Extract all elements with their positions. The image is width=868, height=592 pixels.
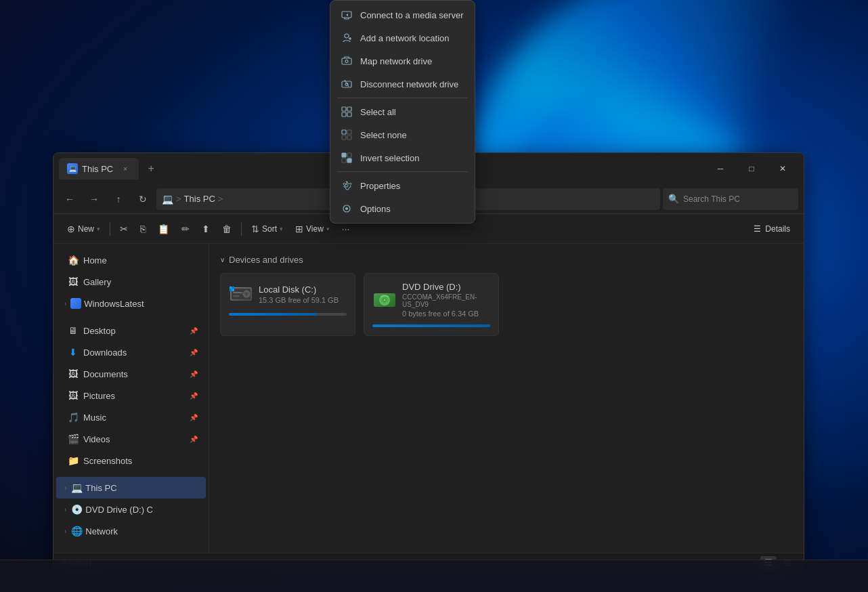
documents-icon: 🖼 (67, 368, 79, 380)
menu-item-select-none[interactable]: Select none (333, 123, 472, 146)
add-tab-button[interactable]: + (142, 159, 160, 178)
connect-media-icon (340, 8, 353, 22)
refresh-button[interactable]: ↻ (132, 188, 154, 210)
menu-item-disconnect-drive[interactable]: Disconnect network drive (333, 72, 472, 96)
sidebar-item-screenshots[interactable]: 📁 Screenshots (56, 450, 206, 471)
svg-rect-11 (232, 289, 235, 292)
section-chevron-icon: ∨ (220, 256, 225, 263)
details-button[interactable]: ☰ Details (748, 221, 796, 236)
select-none-label: Select none (360, 130, 407, 140)
sidebar-item-pictures[interactable]: 🖼 Pictures 📌 (56, 385, 206, 406)
sidebar-item-music[interactable]: 🎵 Music 📌 (56, 406, 206, 428)
share-button[interactable]: ⬆ (196, 218, 215, 240)
forward-button[interactable]: → (83, 188, 105, 210)
svg-point-17 (384, 299, 385, 301)
menu-item-invert-selection[interactable]: Invert selection (333, 146, 472, 169)
desktop-icon: 🖥 (67, 324, 79, 337)
sidebar-item-gallery[interactable]: 🖼 Gallery (56, 271, 206, 293)
delete-icon: 🗑 (222, 224, 232, 234)
drive-d-progress-fill (372, 324, 490, 327)
search-bar[interactable]: 🔍 Search This PC (663, 188, 798, 210)
main-area: 🏠 Home 🖼 Gallery › WindowsLatest 🖥 Deskt… (53, 244, 804, 553)
svg-rect-37 (342, 158, 346, 163)
drives-grid: Local Disk (C:) 15.3 GB free of 59.1 GB (220, 273, 793, 336)
svg-rect-35 (342, 153, 346, 157)
menu-item-options[interactable]: Options (333, 197, 472, 220)
menu-item-add-network[interactable]: Add a network location (333, 26, 472, 49)
this-pc-sidebar-icon: 💻 (70, 482, 83, 494)
sort-icon: ⇅ (251, 224, 259, 234)
section-header: ∨ Devices and drives (220, 255, 793, 265)
drive-item-d[interactable]: DVD Drive (D:) CCCOMA_X64FRE_EN-US_DV9 0… (364, 273, 499, 336)
copy-icon: ⎘ (140, 224, 146, 234)
view-button[interactable]: ⊞ View ▾ (290, 218, 335, 240)
up-button[interactable]: ↑ (108, 188, 129, 210)
more-icon: ··· (342, 224, 350, 234)
sidebar-item-documents[interactable]: 🖼 Documents 📌 (56, 363, 206, 385)
close-button[interactable]: ✕ (767, 158, 798, 179)
context-menu: Connect to a media server Add a network … (330, 0, 475, 224)
disconnect-drive-label: Disconnect network drive (360, 79, 458, 89)
paste-button[interactable]: 📋 (152, 218, 175, 240)
sidebar-item-dvd[interactable]: › 💿 DVD Drive (D:) C (56, 499, 206, 520)
address-separator-1: > (176, 194, 181, 204)
documents-pin-icon: 📌 (190, 371, 198, 378)
maximize-button[interactable]: □ (736, 158, 767, 179)
cut-button[interactable]: ✂ (114, 218, 133, 240)
drive-d-header: DVD Drive (D:) CCCOMA_X64FRE_EN-US_DV9 0… (372, 282, 490, 318)
back-button[interactable]: ← (59, 188, 81, 210)
sidebar-item-desktop[interactable]: 🖥 Desktop 📌 (56, 320, 206, 341)
tab-close-button[interactable]: × (120, 163, 131, 174)
sort-button[interactable]: ⇅ Sort ▾ (246, 218, 288, 240)
sidebar-item-home[interactable]: 🏠 Home (56, 249, 206, 271)
svg-point-41 (345, 207, 348, 210)
this-pc-sidebar-label: This PC (85, 483, 116, 493)
gallery-label: Gallery (83, 277, 111, 287)
svg-rect-30 (347, 112, 351, 117)
sidebar-spacer-1 (53, 314, 209, 320)
menu-item-properties[interactable]: Properties (333, 174, 472, 197)
svg-rect-5 (233, 292, 242, 293)
window-controls: ─ □ ✕ (705, 158, 798, 179)
sidebar-item-videos[interactable]: 🎬 Videos 📌 (56, 428, 206, 450)
share-icon: ⬆ (202, 224, 210, 234)
delete-button[interactable]: 🗑 (217, 218, 237, 240)
view-icon: ⊞ (295, 224, 303, 234)
menu-separator-2 (337, 171, 468, 172)
svg-rect-6 (233, 295, 240, 297)
downloads-label: Downloads (83, 347, 127, 358)
disconnect-drive-icon (340, 77, 353, 91)
new-button[interactable]: ⊕ New ▾ (62, 218, 106, 240)
sidebar-item-this-pc[interactable]: › 💻 This PC (56, 477, 206, 499)
rename-button[interactable]: ✏ (176, 218, 195, 240)
copy-button[interactable]: ⎘ (135, 218, 151, 240)
network-label: Network (85, 526, 118, 536)
paste-icon: 📋 (158, 224, 169, 234)
svg-point-19 (345, 34, 349, 38)
select-all-icon (340, 105, 353, 119)
properties-label: Properties (360, 181, 400, 191)
windowslatest-icon (70, 298, 81, 309)
svg-rect-9 (232, 287, 235, 289)
this-pc-icon: 💻 (162, 194, 173, 205)
home-label: Home (83, 255, 107, 266)
minimize-button[interactable]: ─ (705, 158, 736, 179)
select-all-label: Select all (360, 107, 396, 117)
menu-item-map-drive[interactable]: Map network drive (333, 49, 472, 72)
address-this-pc: This PC (184, 194, 215, 204)
menu-separator-1 (337, 98, 468, 98)
sidebar-item-windowslatest[interactable]: › WindowsLatest (56, 293, 206, 314)
menu-item-select-all[interactable]: Select all (333, 100, 472, 123)
menu-item-connect-media[interactable]: Connect to a media server (333, 3, 472, 26)
desktop-label: Desktop (83, 326, 116, 336)
taskbar (0, 559, 868, 592)
drive-item-c[interactable]: Local Disk (C:) 15.3 GB free of 59.1 GB (220, 273, 355, 336)
this-pc-tab[interactable]: 💻 This PC × (59, 158, 139, 179)
sidebar-item-downloads[interactable]: ⬇ Downloads 📌 (56, 341, 206, 363)
invert-selection-label: Invert selection (360, 153, 419, 163)
drive-d-icon (372, 288, 397, 312)
network-icon: 🌐 (70, 525, 83, 537)
select-none-icon (340, 128, 353, 142)
sidebar-item-network[interactable]: › 🌐 Network (56, 520, 206, 542)
svg-rect-24 (342, 81, 351, 87)
